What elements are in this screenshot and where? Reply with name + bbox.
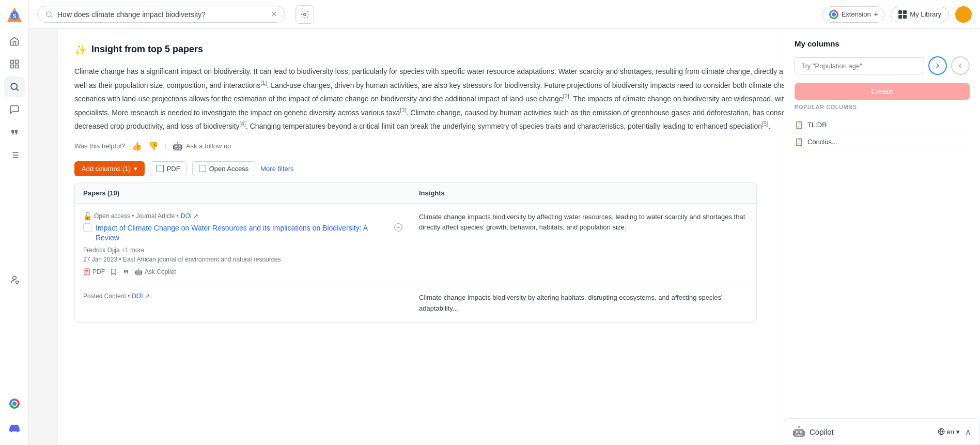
copilot-icon-1: 🤖 (135, 268, 143, 275)
dashboard-icon (9, 59, 20, 69)
search-topbar-icon (45, 10, 53, 19)
arrow-left-icon (956, 62, 965, 70)
popular-columns-title: POPULAR COLUMNS (795, 104, 970, 110)
avatar[interactable] (955, 6, 972, 23)
search-bar[interactable]: ✕ (37, 6, 285, 23)
table-row: Posted Content • DOI ↗ Climate change im… (75, 284, 756, 323)
add-columns-label: Add columns (1) (82, 165, 131, 173)
sidebar-item-home[interactable] (4, 31, 25, 52)
sidebar-item-chat[interactable] (4, 99, 25, 120)
quotes-icon (9, 127, 20, 137)
columns-back-button[interactable] (951, 56, 970, 75)
citation-3[interactable]: [3] (400, 107, 406, 113)
sparkle-icon: ✨ (74, 43, 87, 56)
paper-title-row-1: Impact of Climate Change on Water Resour… (83, 223, 402, 247)
doi-link-1[interactable]: DOI ↗ (181, 212, 199, 220)
col-papers-header: Papers (10) (75, 183, 411, 203)
extension-chrome-icon (829, 10, 838, 19)
paper-collapse-btn-1[interactable]: – (394, 223, 402, 232)
open-access-filter-button[interactable]: Open Access (192, 161, 256, 176)
extension-plus: + (874, 10, 878, 18)
citation-1[interactable]: [1] (260, 80, 267, 86)
thumbs-down-button[interactable]: 👎 (148, 141, 159, 151)
settings-icon (300, 10, 309, 19)
copilot-collapse-button[interactable]: ∧ (965, 427, 971, 437)
svg-text:S: S (12, 13, 16, 19)
app-logo[interactable]: S (4, 4, 25, 25)
mylibrary-button[interactable]: My Library (891, 7, 949, 22)
sidebar-item-discord[interactable] (4, 418, 25, 439)
pdf-checkbox (157, 165, 164, 172)
copilot-bar-icon: 🤖 (792, 425, 805, 438)
insight-cell-1: Climate change impacts biodiversity by a… (411, 204, 756, 284)
search-input[interactable] (57, 10, 267, 19)
svg-point-17 (304, 13, 306, 16)
tldr-label: TL:DR (807, 121, 827, 129)
sidebar-item-dashboard[interactable] (4, 54, 25, 74)
mylibrary-label: My Library (910, 10, 941, 18)
open-access-checkbox (199, 165, 206, 172)
citation-2[interactable]: [2] (563, 93, 569, 99)
ask-copilot-btn-1[interactable]: 🤖 Ask Copilot (135, 268, 176, 275)
svg-point-14 (12, 276, 16, 280)
add-columns-button[interactable]: Add columns (1) ▾ (74, 161, 145, 176)
papers-table: Papers (10) Insights 🔓 Open access • Jou… (74, 182, 757, 323)
svg-point-7 (11, 83, 17, 89)
settings-icon-button[interactable] (295, 5, 314, 24)
thumbs-up-button[interactable]: 👍 (132, 141, 142, 151)
insight-cell-2: Climate change impacts biodiversity by a… (411, 284, 756, 323)
open-access-icon-1: 🔓 (83, 212, 92, 220)
copilot-label: Copilot (810, 427, 834, 436)
chrome-icon (9, 398, 20, 409)
pdf-label-1: PDF (92, 268, 105, 275)
search-sidebar-icon (9, 82, 20, 92)
bookmark-btn-1[interactable] (110, 268, 117, 275)
sidebar: S (0, 0, 29, 445)
discord-icon (9, 423, 20, 434)
paper-checkbox-1[interactable] (83, 223, 91, 232)
extension-button[interactable]: Extension + (822, 6, 885, 23)
create-column-button[interactable]: Create (795, 83, 970, 100)
popular-col-item-tldr[interactable]: 📋 TL:DR (795, 116, 970, 133)
followup-label: Ask a follow up (186, 142, 231, 150)
ask-followup-button[interactable]: 🤖 Ask a follow up (173, 141, 231, 151)
cite-btn-1[interactable] (122, 268, 130, 275)
columns-input[interactable] (795, 57, 924, 74)
grid-icon (898, 10, 907, 19)
paper-title-link-1[interactable]: Impact of Climate Change on Water Resour… (96, 223, 390, 243)
citation-5[interactable]: [5] (762, 120, 768, 127)
popular-col-item-conclusion[interactable]: 📋 Conclus... (795, 133, 970, 150)
col-insights-header: Insights (411, 183, 756, 203)
paper-meta-1: 🔓 Open access • Journal Article • DOI ↗ (83, 212, 402, 220)
bookmark-icon-1 (110, 268, 117, 275)
clear-search-button[interactable]: ✕ (271, 9, 277, 19)
pdf-filter-button[interactable]: PDF (150, 161, 187, 176)
my-columns-panel: My columns Create POPULAR COLUMNS 📋 TL:D… (784, 29, 980, 445)
copilot-language-selector[interactable]: en ▾ (938, 428, 960, 436)
sidebar-item-search[interactable] (4, 76, 25, 97)
arrow-right-icon (934, 62, 942, 70)
pdf-action-btn-1[interactable]: PDF (83, 268, 105, 275)
sidebar-item-list[interactable] (4, 145, 25, 165)
pdf-icon-1 (83, 268, 90, 275)
citation-4[interactable]: [4] (240, 120, 246, 127)
columns-next-button[interactable] (928, 56, 947, 75)
more-filters-button[interactable]: More filters (260, 165, 293, 173)
sidebar-item-user-settings[interactable] (4, 269, 25, 290)
svg-rect-6 (15, 65, 18, 68)
copilot-small-icon: 🤖 (173, 141, 183, 151)
paper-cell-1: 🔓 Open access • Journal Article • DOI ↗ … (75, 204, 411, 284)
sidebar-item-quotes[interactable] (4, 122, 25, 143)
copilot-left: 🤖 Copilot (792, 425, 834, 438)
doi-link-2[interactable]: DOI ↗ (132, 293, 150, 300)
paper-cell-2: Posted Content • DOI ↗ (75, 284, 411, 323)
topbar: ✕ Extension + My Library (29, 0, 980, 29)
paper-actions-1: PDF 🤖 Ask Copilot (83, 268, 402, 275)
svg-point-16 (46, 11, 51, 16)
sidebar-item-chrome[interactable] (4, 393, 25, 414)
paper-meta-text-1: Open access • Journal Article • (94, 212, 179, 220)
helpful-label: Was this helpful? (74, 142, 126, 150)
columns-input-row (795, 56, 970, 75)
insight-title-text: Insight from top 5 papers (91, 44, 203, 55)
chat-icon (9, 104, 20, 115)
